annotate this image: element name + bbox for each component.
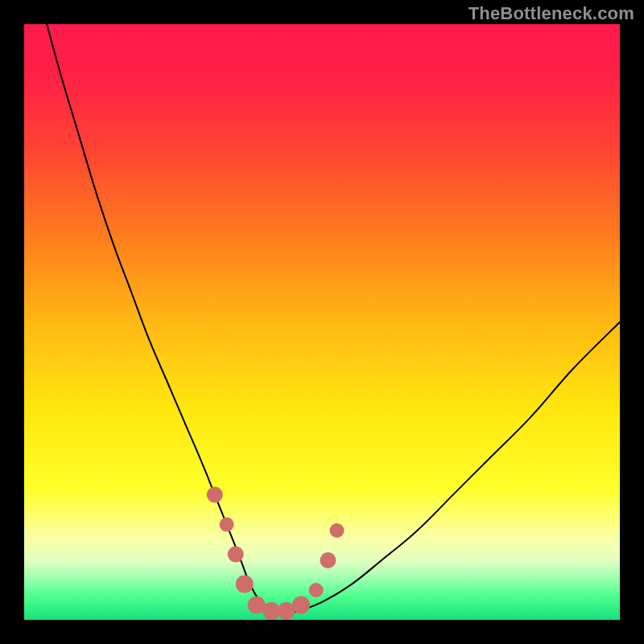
curve-marker	[220, 518, 234, 532]
curve-marker	[207, 487, 223, 503]
curve-marker	[309, 583, 324, 597]
plot-area	[24, 24, 620, 620]
chart-frame: TheBottleneck.com	[0, 0, 644, 644]
curve-marker	[228, 547, 244, 563]
gradient-background	[24, 24, 620, 620]
curve-marker	[320, 552, 336, 568]
bottleneck-chart	[24, 24, 620, 620]
curve-marker	[236, 576, 254, 593]
curve-marker	[292, 597, 310, 614]
watermark-text: TheBottleneck.com	[469, 3, 634, 24]
curve-marker	[330, 523, 345, 538]
